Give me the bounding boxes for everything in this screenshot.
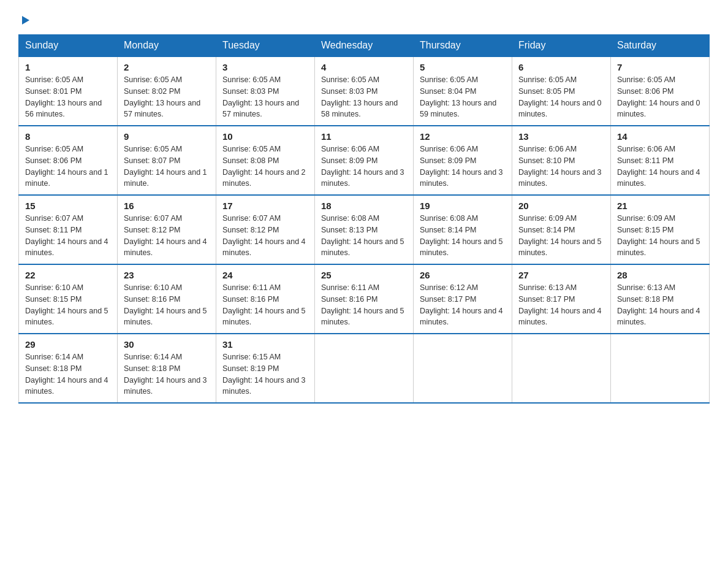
day-number: 13 (518, 131, 604, 142)
col-header-sunday: Sunday (19, 35, 118, 57)
calendar-day-cell: 30 Sunrise: 6:14 AM Sunset: 8:18 PM Dayl… (118, 334, 216, 403)
calendar-day-cell: 11 Sunrise: 6:06 AM Sunset: 8:09 PM Dayl… (315, 126, 414, 195)
logo (18, 15, 31, 28)
calendar-day-cell: 3 Sunrise: 6:05 AM Sunset: 8:03 PM Dayli… (216, 56, 315, 126)
day-info: Sunrise: 6:15 AM Sunset: 8:19 PM Dayligh… (222, 351, 308, 397)
day-number: 19 (420, 201, 506, 211)
day-info: Sunrise: 6:05 AM Sunset: 8:06 PM Dayligh… (617, 74, 703, 120)
calendar-day-cell: 1 Sunrise: 6:05 AM Sunset: 8:01 PM Dayli… (19, 56, 118, 126)
day-number: 20 (518, 201, 604, 211)
calendar-day-cell (611, 334, 710, 403)
day-info: Sunrise: 6:05 AM Sunset: 8:06 PM Dayligh… (25, 144, 111, 190)
day-info: Sunrise: 6:13 AM Sunset: 8:17 PM Dayligh… (518, 282, 604, 328)
calendar-day-cell: 4 Sunrise: 6:05 AM Sunset: 8:03 PM Dayli… (315, 56, 414, 126)
calendar-day-cell: 14 Sunrise: 6:06 AM Sunset: 8:11 PM Dayl… (611, 126, 710, 195)
calendar-day-cell: 28 Sunrise: 6:13 AM Sunset: 8:18 PM Dayl… (611, 264, 710, 334)
calendar-day-cell: 29 Sunrise: 6:14 AM Sunset: 8:18 PM Dayl… (19, 334, 118, 403)
calendar-day-cell: 9 Sunrise: 6:05 AM Sunset: 8:07 PM Dayli… (118, 126, 216, 195)
day-number: 1 (25, 62, 111, 72)
day-info: Sunrise: 6:09 AM Sunset: 8:14 PM Dayligh… (518, 213, 604, 259)
calendar-day-cell (315, 334, 414, 403)
calendar-day-cell: 19 Sunrise: 6:08 AM Sunset: 8:14 PM Dayl… (414, 195, 512, 264)
day-number: 23 (124, 270, 210, 280)
calendar-day-cell: 17 Sunrise: 6:07 AM Sunset: 8:12 PM Dayl… (216, 195, 315, 264)
day-number: 6 (518, 62, 604, 72)
calendar-week-row: 22 Sunrise: 6:10 AM Sunset: 8:15 PM Dayl… (19, 264, 710, 334)
day-number: 18 (321, 201, 407, 211)
calendar-day-cell: 22 Sunrise: 6:10 AM Sunset: 8:15 PM Dayl… (19, 264, 118, 334)
day-info: Sunrise: 6:06 AM Sunset: 8:09 PM Dayligh… (321, 144, 407, 190)
day-info: Sunrise: 6:11 AM Sunset: 8:16 PM Dayligh… (321, 282, 407, 328)
day-info: Sunrise: 6:08 AM Sunset: 8:14 PM Dayligh… (420, 213, 506, 259)
day-number: 7 (617, 62, 703, 72)
day-info: Sunrise: 6:09 AM Sunset: 8:15 PM Dayligh… (617, 213, 703, 259)
day-number: 28 (617, 270, 703, 280)
calendar-day-cell (512, 334, 611, 403)
calendar-week-row: 1 Sunrise: 6:05 AM Sunset: 8:01 PM Dayli… (19, 56, 710, 126)
svg-marker-0 (22, 16, 29, 25)
day-info: Sunrise: 6:05 AM Sunset: 8:05 PM Dayligh… (518, 74, 604, 120)
calendar-day-cell (414, 334, 512, 403)
day-info: Sunrise: 6:07 AM Sunset: 8:12 PM Dayligh… (124, 213, 210, 259)
day-number: 26 (420, 270, 506, 280)
day-info: Sunrise: 6:12 AM Sunset: 8:17 PM Dayligh… (420, 282, 506, 328)
col-header-tuesday: Tuesday (216, 35, 315, 57)
calendar-day-cell: 24 Sunrise: 6:11 AM Sunset: 8:16 PM Dayl… (216, 264, 315, 334)
day-number: 10 (222, 131, 308, 142)
calendar-day-cell: 10 Sunrise: 6:05 AM Sunset: 8:08 PM Dayl… (216, 126, 315, 195)
day-info: Sunrise: 6:13 AM Sunset: 8:18 PM Dayligh… (617, 282, 703, 328)
day-number: 4 (321, 62, 407, 72)
calendar-day-cell: 31 Sunrise: 6:15 AM Sunset: 8:19 PM Dayl… (216, 334, 315, 403)
day-number: 12 (420, 131, 506, 142)
day-info: Sunrise: 6:11 AM Sunset: 8:16 PM Dayligh… (222, 282, 308, 328)
day-number: 14 (617, 131, 703, 142)
calendar-day-cell: 5 Sunrise: 6:05 AM Sunset: 8:04 PM Dayli… (414, 56, 512, 126)
day-number: 27 (518, 270, 604, 280)
day-number: 31 (222, 339, 308, 350)
day-number: 8 (25, 131, 111, 142)
day-info: Sunrise: 6:05 AM Sunset: 8:01 PM Dayligh… (25, 74, 111, 120)
day-number: 21 (617, 201, 703, 211)
calendar-day-cell: 25 Sunrise: 6:11 AM Sunset: 8:16 PM Dayl… (315, 264, 414, 334)
day-number: 22 (25, 270, 111, 280)
calendar-day-cell: 26 Sunrise: 6:12 AM Sunset: 8:17 PM Dayl… (414, 264, 512, 334)
calendar-day-cell: 7 Sunrise: 6:05 AM Sunset: 8:06 PM Dayli… (611, 56, 710, 126)
day-info: Sunrise: 6:07 AM Sunset: 8:12 PM Dayligh… (222, 213, 308, 259)
calendar-day-cell: 20 Sunrise: 6:09 AM Sunset: 8:14 PM Dayl… (512, 195, 611, 264)
col-header-monday: Monday (118, 35, 216, 57)
logo-arrow-icon (20, 15, 31, 26)
day-info: Sunrise: 6:05 AM Sunset: 8:02 PM Dayligh… (124, 74, 210, 120)
day-info: Sunrise: 6:10 AM Sunset: 8:16 PM Dayligh… (124, 282, 210, 328)
day-number: 24 (222, 270, 308, 280)
day-number: 5 (420, 62, 506, 72)
col-header-thursday: Thursday (414, 35, 512, 57)
calendar-week-row: 8 Sunrise: 6:05 AM Sunset: 8:06 PM Dayli… (19, 126, 710, 195)
day-info: Sunrise: 6:05 AM Sunset: 8:07 PM Dayligh… (124, 144, 210, 190)
day-info: Sunrise: 6:06 AM Sunset: 8:10 PM Dayligh… (518, 144, 604, 190)
calendar-day-cell: 15 Sunrise: 6:07 AM Sunset: 8:11 PM Dayl… (19, 195, 118, 264)
calendar-day-cell: 23 Sunrise: 6:10 AM Sunset: 8:16 PM Dayl… (118, 264, 216, 334)
col-header-friday: Friday (512, 35, 611, 57)
day-info: Sunrise: 6:05 AM Sunset: 8:03 PM Dayligh… (222, 74, 308, 120)
day-number: 16 (124, 201, 210, 211)
day-number: 30 (124, 339, 210, 350)
day-info: Sunrise: 6:14 AM Sunset: 8:18 PM Dayligh… (25, 351, 111, 397)
day-number: 2 (124, 62, 210, 72)
day-info: Sunrise: 6:10 AM Sunset: 8:15 PM Dayligh… (25, 282, 111, 328)
day-info: Sunrise: 6:06 AM Sunset: 8:09 PM Dayligh… (420, 144, 506, 190)
calendar-day-cell: 6 Sunrise: 6:05 AM Sunset: 8:05 PM Dayli… (512, 56, 611, 126)
day-info: Sunrise: 6:05 AM Sunset: 8:08 PM Dayligh… (222, 144, 308, 190)
calendar-day-cell: 13 Sunrise: 6:06 AM Sunset: 8:10 PM Dayl… (512, 126, 611, 195)
calendar-day-cell: 27 Sunrise: 6:13 AM Sunset: 8:17 PM Dayl… (512, 264, 611, 334)
day-number: 9 (124, 131, 210, 142)
calendar-day-cell: 2 Sunrise: 6:05 AM Sunset: 8:02 PM Dayli… (118, 56, 216, 126)
calendar-week-row: 29 Sunrise: 6:14 AM Sunset: 8:18 PM Dayl… (19, 334, 710, 403)
calendar-table: SundayMondayTuesdayWednesdayThursdayFrid… (18, 34, 710, 404)
day-number: 29 (25, 339, 111, 350)
day-info: Sunrise: 6:05 AM Sunset: 8:04 PM Dayligh… (420, 74, 506, 120)
day-info: Sunrise: 6:05 AM Sunset: 8:03 PM Dayligh… (321, 74, 407, 120)
calendar-day-cell: 21 Sunrise: 6:09 AM Sunset: 8:15 PM Dayl… (611, 195, 710, 264)
day-info: Sunrise: 6:07 AM Sunset: 8:11 PM Dayligh… (25, 213, 111, 259)
day-number: 17 (222, 201, 308, 211)
calendar-day-cell: 12 Sunrise: 6:06 AM Sunset: 8:09 PM Dayl… (414, 126, 512, 195)
